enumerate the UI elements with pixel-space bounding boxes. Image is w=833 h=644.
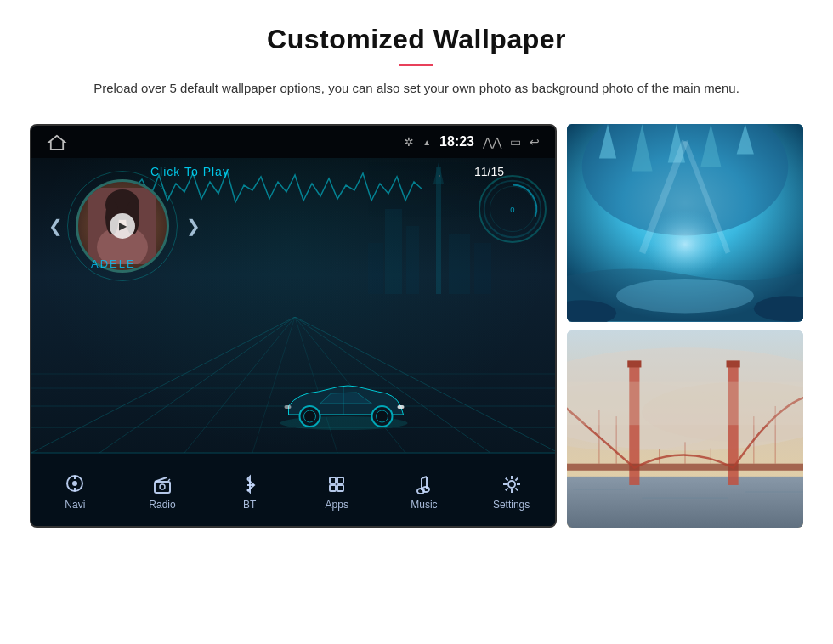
nav-item-settings[interactable]: Settings: [478, 473, 546, 511]
header-section: Customized Wallpaper Preload over 5 defa…: [0, 0, 833, 112]
svg-rect-5: [449, 234, 470, 294]
settings-icon: [501, 473, 523, 495]
svg-rect-3: [385, 209, 402, 294]
svg-rect-43: [155, 482, 170, 493]
svg-point-44: [160, 484, 165, 489]
svg-rect-47: [330, 477, 336, 483]
svg-rect-50: [337, 485, 343, 491]
car-screen[interactable]: ✲ ▲ 18:23 ⋀⋀ ▭ ↩: [30, 124, 557, 528]
bluetooth-icon: ✲: [404, 135, 414, 149]
svg-rect-6: [474, 243, 491, 294]
bottom-nav: Navi Radio: [31, 453, 555, 528]
car-image: [272, 368, 416, 436]
play-button[interactable]: ▶: [110, 213, 135, 239]
svg-line-46: [168, 479, 170, 481]
svg-rect-4: [406, 226, 419, 294]
screen-body: Click To Play 11/15 ❮: [31, 158, 555, 453]
photo-card-bridge: [567, 330, 803, 528]
svg-point-56: [508, 481, 515, 488]
svg-point-32: [377, 410, 388, 422]
apps-icon: [326, 473, 348, 495]
navi-icon: [64, 473, 86, 495]
nav-item-bt[interactable]: BT: [216, 473, 284, 511]
status-right: ✲ ▲ 18:23 ⋀⋀ ▭ ↩: [404, 134, 540, 150]
status-time: 18:23: [439, 134, 474, 150]
header-description: Preload over 5 default wallpaper options…: [68, 78, 765, 99]
next-track-button[interactable]: ❯: [186, 216, 201, 236]
svg-rect-90: [567, 381, 803, 425]
artist-name: ADELE: [91, 257, 136, 270]
ice-cave-svg: [567, 124, 803, 322]
nav-item-navi[interactable]: Navi: [41, 473, 109, 511]
svg-rect-49: [330, 485, 336, 491]
nav-item-radio[interactable]: Radio: [128, 473, 196, 511]
apps-label: Apps: [326, 499, 348, 511]
svg-rect-48: [337, 477, 343, 483]
svg-rect-80: [627, 360, 641, 367]
home-icon: [47, 134, 67, 150]
page-wrapper: Customized Wallpaper Preload over 5 defa…: [0, 0, 833, 528]
page-title: Customized Wallpaper: [68, 24, 765, 55]
music-icon: [413, 473, 435, 495]
photo-card-ice-cave: [567, 124, 803, 322]
signal-icon: ▲: [422, 138, 431, 147]
svg-point-65: [616, 279, 754, 313]
svg-point-40: [72, 481, 77, 486]
settings-label: Settings: [493, 499, 530, 511]
photo-stack: [567, 124, 803, 528]
bridge-svg: [567, 330, 803, 528]
music-area: ❮: [48, 175, 201, 277]
gauge-svg: 0: [480, 175, 545, 243]
svg-marker-2: [434, 162, 444, 184]
svg-line-16: [99, 317, 295, 453]
svg-point-30: [304, 410, 316, 422]
svg-rect-7: [368, 243, 383, 294]
prev-track-button[interactable]: ❮: [48, 216, 63, 236]
radio-label: Radio: [149, 499, 175, 511]
svg-rect-1: [436, 167, 441, 294]
svg-rect-34: [398, 405, 405, 409]
nav-item-music[interactable]: Music: [390, 473, 458, 511]
radio-icon: [151, 473, 173, 495]
window-icon: ▭: [510, 135, 521, 149]
svg-rect-82: [567, 463, 803, 470]
bt-label: BT: [243, 499, 256, 511]
music-label: Music: [411, 499, 437, 511]
svg-rect-81: [727, 360, 740, 367]
right-gauge: 0: [479, 175, 547, 243]
status-bar: ✲ ▲ 18:23 ⋀⋀ ▭ ↩: [31, 126, 555, 158]
svg-rect-74: [567, 476, 803, 528]
title-divider: [400, 64, 434, 66]
main-content: ✲ ▲ 18:23 ⋀⋀ ▭ ↩: [0, 124, 833, 528]
svg-rect-8: [439, 175, 440, 177]
nav-item-apps[interactable]: Apps: [303, 473, 371, 511]
bt-icon: [239, 473, 261, 495]
svg-rect-35: [285, 405, 292, 409]
navi-label: Navi: [65, 499, 85, 511]
svg-marker-0: [49, 136, 65, 150]
back-icon: ↩: [530, 135, 540, 149]
svg-text:0: 0: [510, 205, 514, 214]
expand-icon: ⋀⋀: [483, 135, 502, 149]
status-left: [47, 134, 67, 150]
svg-line-14: [31, 317, 295, 453]
